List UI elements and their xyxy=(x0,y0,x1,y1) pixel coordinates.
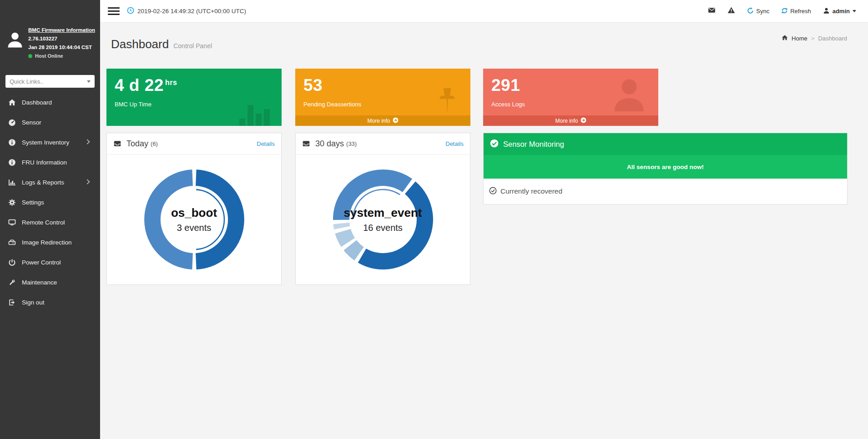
breadcrumb-separator: > xyxy=(811,35,815,42)
sidebar-item-label: FRU Information xyxy=(22,159,67,166)
sensor-status-row: Currently recovered xyxy=(484,179,847,204)
sidebar: BMC Firmware Information 2.76.103227 Jan… xyxy=(0,0,100,439)
power-icon xyxy=(8,259,16,266)
sync-button[interactable]: Sync xyxy=(747,7,769,15)
uptime-unit: hrs xyxy=(165,79,177,86)
main-content: Dashboard Control Panel Home > Dashboard… xyxy=(100,23,868,439)
inbox-icon xyxy=(302,140,310,148)
refresh-button[interactable]: Refresh xyxy=(781,7,811,15)
deassertions-label: Pending Deassertions xyxy=(303,101,462,108)
alerts-icon[interactable] xyxy=(727,6,735,16)
sidebar-item-label: Logs & Reports xyxy=(22,179,64,186)
sidebar-item-maintenance[interactable]: Maintenance xyxy=(0,272,100,292)
firmware-info-link[interactable]: BMC Firmware Information xyxy=(28,27,96,33)
firmware-version: 2.76.103227 xyxy=(28,36,96,41)
sidebar-item-remote-control[interactable]: Remote Control xyxy=(0,212,100,232)
firmware-date: Jan 28 2019 10:44:04 CST xyxy=(28,45,96,50)
events-donut-chart[interactable]: system_event16 events xyxy=(296,155,470,284)
system-time: 2019-02-26 14:49:32 (UTC+00:00 UTC) xyxy=(127,7,246,15)
sidebar-item-label: Power Control xyxy=(22,259,61,266)
bmc-uptime-card: 4 d 22hrs BMC Up Time xyxy=(106,69,282,126)
access-logs-card: 291 Access Logs More info xyxy=(483,69,658,126)
signout-icon xyxy=(8,299,16,306)
gear-icon xyxy=(8,199,16,206)
sidebar-item-label: Maintenance xyxy=(22,279,57,286)
quick-links-placeholder: Quick Links.. xyxy=(10,78,87,85)
refresh-icon xyxy=(781,7,788,15)
sidebar-item-image-redirection[interactable]: Image Redirection xyxy=(0,232,100,252)
sidebar-item-sensor[interactable]: Sensor xyxy=(0,112,100,132)
panel-count: (6) xyxy=(151,140,158,147)
events-30days-panel: 30 days (33) Details system_event16 even… xyxy=(295,133,470,285)
sidebar-item-fru-information[interactable]: FRU Information xyxy=(0,152,100,172)
sidebar-item-label: System Inventory xyxy=(22,139,69,146)
disk-icon xyxy=(8,239,16,246)
check-circle-outline-icon xyxy=(489,187,497,196)
access-logs-label: Access Logs xyxy=(491,101,650,108)
avatar xyxy=(6,31,24,50)
gauge-icon xyxy=(8,119,16,126)
sensor-status-message: All sensors are good now! xyxy=(484,155,847,179)
events-donut-chart[interactable]: os_boot3 events xyxy=(107,155,281,284)
sidebar-item-sign-out[interactable]: Sign out xyxy=(0,292,100,312)
arrow-circle-right-icon xyxy=(393,117,399,125)
clock-icon xyxy=(127,7,134,15)
uptime-value: 4 d 22 xyxy=(115,76,164,95)
donut-center-label: system_event16 events xyxy=(296,155,470,284)
sensor-monitoring-panel: Sensor Monitoring All sensors are good n… xyxy=(483,133,848,205)
host-online-dot xyxy=(28,54,32,58)
sidebar-item-label: Sensor xyxy=(22,119,41,126)
home-icon xyxy=(8,99,16,106)
more-info-link[interactable]: More info xyxy=(483,115,658,126)
check-circle-icon xyxy=(490,139,499,150)
breadcrumb-home[interactable]: Home xyxy=(792,35,807,42)
inbox-icon xyxy=(113,140,121,148)
panel-count: (33) xyxy=(346,140,357,147)
sidebar-item-power-control[interactable]: Power Control xyxy=(0,252,100,272)
topbar: 2019-02-26 14:49:32 (UTC+00:00 UTC) Sync xyxy=(100,0,868,23)
page-title: Dashboard xyxy=(111,37,169,51)
page-subtitle: Control Panel xyxy=(173,42,212,50)
user-name: admin xyxy=(833,8,850,15)
panel-title: Today xyxy=(126,139,148,149)
chevron-right-icon xyxy=(86,138,90,146)
sidebar-item-settings[interactable]: Settings xyxy=(0,192,100,212)
pending-deassertions-card: 53 Pending Deassertions More info xyxy=(295,69,470,126)
hamburger-menu-icon[interactable] xyxy=(108,5,120,17)
sidebar-item-label: Image Redirection xyxy=(22,239,72,246)
messages-icon[interactable] xyxy=(708,6,716,16)
monitor-icon xyxy=(8,219,16,226)
breadcrumb-current: Dashboard xyxy=(818,35,847,42)
arrow-circle-right-icon xyxy=(580,117,586,125)
sidebar-item-system-inventory[interactable]: System Inventory xyxy=(0,132,100,152)
sidebar-item-label: Settings xyxy=(22,199,44,206)
sidebar-item-dashboard[interactable]: Dashboard xyxy=(0,92,100,112)
home-icon xyxy=(782,35,788,42)
more-info-link[interactable]: More info xyxy=(295,115,470,126)
user-icon xyxy=(823,7,830,15)
access-logs-value: 291 xyxy=(491,76,650,95)
sidebar-item-label: Dashboard xyxy=(22,99,52,106)
donut-center-label: os_boot3 events xyxy=(107,155,281,284)
info-icon xyxy=(8,139,16,146)
sidebar-item-logs-reports[interactable]: Logs & Reports xyxy=(0,172,100,192)
wrench-icon xyxy=(8,279,16,286)
breadcrumb: Home > Dashboard xyxy=(782,35,847,42)
user-menu[interactable]: admin xyxy=(823,7,856,15)
sensor-monitoring-title: Sensor Monitoring xyxy=(503,140,564,149)
sidebar-item-label: Remote Control xyxy=(22,219,65,226)
events-today-panel: Today (6) Details os_boot3 events xyxy=(106,133,282,285)
chart-icon xyxy=(8,179,16,186)
deassertions-value: 53 xyxy=(303,76,462,95)
details-link[interactable]: Details xyxy=(257,140,275,147)
sync-icon xyxy=(747,7,754,15)
sidebar-item-label: Sign out xyxy=(22,299,45,306)
sidebar-nav: DashboardSensorSystem InventoryFRU Infor… xyxy=(0,92,100,312)
panel-title: 30 days xyxy=(315,139,344,149)
quick-links-select[interactable]: Quick Links.. xyxy=(5,75,95,88)
sensor-status-text: Currently recovered xyxy=(500,187,562,195)
chevron-down-icon xyxy=(853,10,856,12)
details-link[interactable]: Details xyxy=(445,140,464,147)
host-status: Host Online xyxy=(35,53,63,59)
chevron-right-icon xyxy=(86,178,90,186)
